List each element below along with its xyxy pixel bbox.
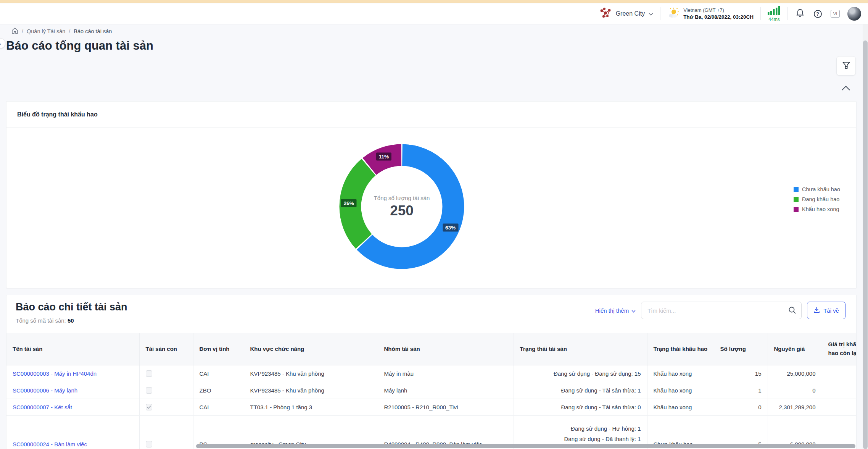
- cell-unit: ZBO: [193, 382, 244, 399]
- asset-status-line: Đang sử dụng - Tài sản thừa: 1: [520, 385, 641, 396]
- download-icon: [813, 307, 820, 314]
- depreciation-chart-card: Biểu đồ trạng thái khấu hao Tổng số lượn…: [6, 101, 857, 288]
- sidebar-collapse-button[interactable]: ‹: [0, 38, 5, 48]
- col-header-unit: Đơn vị tính: [193, 333, 244, 365]
- cell-asset-status: Đang sử dụng - Tài sản thừa: 0: [514, 399, 647, 415]
- cell-quantity: 0: [714, 399, 768, 415]
- chevron-down-icon: [631, 307, 636, 314]
- cell-quantity: 15: [714, 365, 768, 382]
- chart-card-title: Biểu đồ trạng thái khấu hao: [17, 111, 98, 118]
- download-button[interactable]: Tải về: [807, 302, 845, 319]
- cell-functional-area: KVP923485 - Khu văn phòng: [244, 365, 378, 382]
- checkbox-unchecked[interactable]: [146, 370, 152, 377]
- vertical-scrollbar[interactable]: [863, 24, 868, 449]
- asset-link[interactable]: SC000000007 - Két sắt: [13, 404, 72, 410]
- chevron-down-icon: [649, 10, 653, 17]
- checkbox-unchecked[interactable]: [146, 387, 152, 394]
- region-label: Vietnam (GMT +7): [683, 7, 754, 14]
- checkbox-unchecked[interactable]: [146, 441, 152, 447]
- vertical-scrollbar-thumb[interactable]: [863, 40, 868, 449]
- table-section-title: Báo cáo chi tiết tài sản: [16, 301, 127, 313]
- donut-chart: Tổng số lượng tài sản 250 63%26%11%: [337, 142, 467, 271]
- cell-functional-area: KVP923485 - Khu văn phòng: [244, 382, 378, 399]
- cell-original-cost: 2,301,289,200: [768, 399, 822, 415]
- checkbox-checked[interactable]: [146, 404, 152, 410]
- chart-legend: Chưa khấu haoĐang khấu haoKhấu hao xong: [794, 186, 840, 212]
- search-box: [641, 302, 802, 319]
- app-header: Green City Vietnam (GMT +7) Thứ Ba, 02/0…: [0, 3, 868, 24]
- header-divider: [760, 7, 761, 20]
- table-header-row: Tên tài sản Tài sản con Đơn vị tính Khu …: [6, 333, 856, 365]
- cell-remaining-value: [822, 382, 856, 399]
- slice-percent-label: 63%: [443, 224, 458, 232]
- asset-count-value: 50: [68, 317, 74, 324]
- legend-item[interactable]: Khấu hao xong: [794, 206, 840, 212]
- table-controls: Hiển thị thêm Tải về: [595, 302, 845, 319]
- bell-icon: [796, 8, 804, 19]
- col-header-remaining-value: Giá trị khấu hao còn lại: [822, 333, 856, 365]
- table-row: SC000000003 - Máy in HP404dnCAIKVP923485…: [6, 365, 856, 382]
- breadcrumb-item-asset-management[interactable]: Quản lý Tài sản: [27, 28, 65, 34]
- header-divider: [660, 7, 660, 20]
- legend-item[interactable]: Đang khấu hao: [794, 196, 840, 202]
- asset-status-line: Đang sử dụng - Đã thanh lý: 1: [520, 434, 641, 444]
- asset-status-line: Đang sử dụng - Hư hỏng: 1: [520, 423, 641, 434]
- cell-asset-status: Đang sử dụng - Đang sử dụng: 15: [514, 365, 647, 382]
- col-header-asset-status: Trạng thái tài sản: [514, 333, 647, 365]
- latency-value: 44ms: [768, 17, 779, 22]
- cell-child-asset: [139, 382, 193, 399]
- legend-swatch: [794, 207, 799, 212]
- col-header-original-cost: Nguyên giá: [768, 333, 822, 365]
- cell-remaining-value: [822, 399, 856, 415]
- cell-depreciation-status: Khấu hao xong: [647, 399, 714, 415]
- cell-unit: CAI: [193, 365, 244, 382]
- asset-count-label: Tổng số mã tài sản:: [16, 317, 66, 324]
- col-header-quantity: Số lượng: [714, 333, 768, 365]
- cell-original-cost: 0: [768, 382, 822, 399]
- language-switcher[interactable]: VI: [830, 8, 841, 19]
- table-scroll-area[interactable]: Tên tài sản Tài sản con Đơn vị tính Khu …: [6, 333, 856, 449]
- col-header-child-asset: Tài sản con: [139, 333, 193, 365]
- legend-label: Đang khấu hao: [802, 196, 839, 202]
- asset-status-line: Đang sử dụng - Tài sản thừa: 0: [520, 402, 641, 412]
- show-more-link[interactable]: Hiển thị thêm: [595, 307, 636, 314]
- home-icon[interactable]: [11, 27, 18, 35]
- table-body: SC000000003 - Máy in HP404dnCAIKVP923485…: [6, 365, 856, 449]
- col-header-depreciation-status: Trạng thái khấu hao: [647, 333, 714, 365]
- help-button[interactable]: ?: [812, 8, 823, 19]
- org-switcher[interactable]: Green City: [599, 7, 653, 20]
- asset-link[interactable]: SC000000003 - Máy in HP404dn: [13, 370, 97, 377]
- cell-functional-area: TT03.1 - Phòng 1 tầng 3: [244, 399, 378, 415]
- cell-unit: CAI: [193, 399, 244, 415]
- app-window: Green City Vietnam (GMT +7) Thứ Ba, 02/0…: [0, 0, 868, 449]
- cell-asset-group: Máy lạnh: [378, 382, 514, 399]
- funnel-icon: [842, 61, 850, 71]
- avatar[interactable]: [847, 7, 861, 21]
- filter-button[interactable]: [836, 56, 856, 76]
- breadcrumb-item-asset-report: Báo cáo tài sản: [74, 28, 112, 34]
- table-row: SC000000007 - Két sắtCAITT03.1 - Phòng 1…: [6, 399, 856, 415]
- legend-item[interactable]: Chưa khấu hao: [794, 186, 840, 192]
- network-latency: 44ms: [768, 6, 781, 22]
- notifications-button[interactable]: [795, 8, 805, 19]
- detail-report-card: Báo cáo chi tiết tài sản Tổng số mã tài …: [6, 295, 857, 449]
- slice-percent-label: 26%: [341, 199, 357, 207]
- search-input[interactable]: [641, 302, 802, 319]
- search-icon[interactable]: [788, 306, 796, 316]
- legend-swatch: [794, 187, 799, 192]
- legend-label: Khấu hao xong: [802, 206, 839, 212]
- breadcrumb: / Quản lý Tài sản / Báo cáo tài sản: [11, 27, 112, 35]
- cell-asset-name: SC000000007 - Két sắt: [6, 399, 139, 415]
- collapse-panel-button[interactable]: [841, 85, 851, 93]
- col-header-asset-group: Nhóm tài sản: [378, 333, 514, 365]
- horizontal-scrollbar-thumb[interactable]: [196, 444, 855, 448]
- asset-link[interactable]: SC000000006 - Máy lạnh: [13, 387, 77, 394]
- org-name: Green City: [616, 10, 645, 17]
- page-title: Báo cáo tổng quan tài sản: [6, 39, 153, 53]
- cell-asset-name: SC000000003 - Máy in HP404dn: [6, 365, 139, 382]
- cell-asset-group: R2100005 - R210_R000_Tivi: [378, 399, 514, 415]
- org-logo-icon: [599, 7, 612, 20]
- asset-link[interactable]: SC000000024 - Bàn làm việc: [13, 441, 87, 447]
- breadcrumb-separator: /: [69, 28, 70, 34]
- chart-card-header: Biểu đồ trạng thái khấu hao: [6, 102, 856, 128]
